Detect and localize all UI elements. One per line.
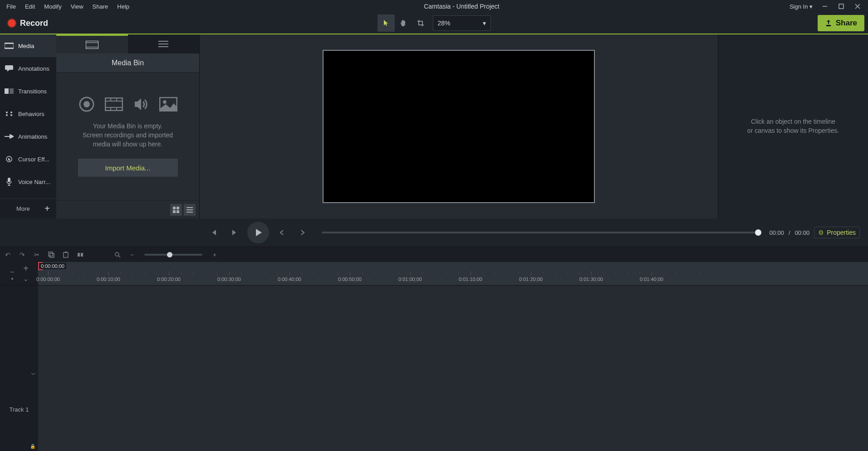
minimize-icon[interactable] — [821, 2, 829, 10]
timeline-zoom-slider[interactable] — [144, 254, 202, 256]
zoom-out-button[interactable]: − — [127, 250, 137, 260]
menu-modify[interactable]: Modify — [39, 1, 66, 12]
svg-rect-1 — [839, 4, 843, 9]
redo-button[interactable]: ↷ — [17, 250, 27, 260]
svg-point-46 — [115, 252, 119, 256]
list-view-button[interactable] — [184, 204, 196, 216]
record-type-icon — [78, 96, 95, 112]
hand-tool-button[interactable] — [395, 15, 412, 32]
ruler-tick: 0:01:40;00 — [640, 276, 663, 282]
svg-point-12 — [6, 114, 8, 116]
crop-tool-button[interactable] — [412, 15, 429, 32]
next-marker-button[interactable] — [294, 224, 311, 241]
menu-view[interactable]: View — [66, 1, 88, 12]
ruler-tick: 0:00:10;00 — [97, 276, 120, 282]
record-icon — [7, 19, 16, 28]
collapse-track-button[interactable]: ⌄ — [21, 274, 31, 284]
zoom-in-button[interactable]: + — [210, 250, 220, 260]
maximize-icon[interactable] — [837, 2, 845, 10]
menu-share[interactable]: Share — [88, 1, 113, 12]
tab-animations[interactable]: Animations — [0, 125, 56, 148]
properties-toggle-button[interactable]: ⚙ Properties — [814, 227, 860, 238]
svg-rect-34 — [177, 207, 179, 209]
image-type-icon — [159, 97, 177, 112]
svg-rect-41 — [50, 253, 54, 257]
media-bin-panel: Media Bin Your Media Bin is empty. Scree… — [56, 34, 200, 218]
paste-button[interactable] — [61, 250, 71, 260]
record-button[interactable]: Record — [4, 17, 52, 30]
grid-icon — [173, 207, 179, 213]
chevron-down-icon: ▾ — [483, 19, 486, 27]
time-current: 00:00 — [769, 229, 784, 236]
close-icon[interactable] — [853, 2, 862, 10]
time-total: 00:00 — [795, 229, 810, 236]
behavior-icon — [5, 110, 14, 118]
timeline-ruler[interactable]: 0:00:00;00 0:00:00;000:00:10;000:00:20;0… — [38, 262, 868, 286]
tab-behaviors[interactable]: Behaviors — [0, 102, 56, 125]
tab-transitions[interactable]: Transitions — [0, 80, 56, 102]
svg-point-32 — [163, 100, 167, 104]
window-title: Camtasia - Untitled Project — [134, 3, 790, 10]
ruler-tick: 0:00:20;00 — [157, 276, 181, 282]
media-bin-empty-message: Your Media Bin is empty. Screen recordin… — [83, 121, 173, 149]
more-tools-button[interactable]: More + — [0, 199, 56, 218]
add-track-button[interactable]: + — [21, 264, 31, 274]
svg-point-23 — [83, 101, 90, 107]
bin-tab-media[interactable] — [56, 34, 128, 53]
upload-icon — [825, 19, 832, 27]
preview-canvas[interactable] — [323, 50, 595, 203]
timeline-toolbar: ↶ ↷ ✂ − + — [0, 247, 868, 262]
track-lock-icon[interactable]: 🔒 — [30, 444, 35, 449]
tab-cursor-effects[interactable]: Cursor Eff... — [0, 148, 56, 170]
filmstrip-icon — [86, 41, 98, 49]
list-view-icon — [186, 207, 193, 213]
playback-scrubber[interactable] — [322, 232, 758, 233]
tab-media[interactable]: Media — [0, 34, 56, 57]
timeline-body[interactable]: 0:00:00;00 0:00:00;000:00:10;000:00:20;0… — [38, 262, 868, 451]
undo-button[interactable]: ↶ — [3, 250, 13, 260]
menu-file[interactable]: File — [2, 1, 20, 12]
svg-rect-16 — [86, 41, 98, 49]
markers-toggle[interactable]: ⎯ — [7, 264, 17, 274]
sign-in-button[interactable]: Sign In ▾ — [790, 3, 813, 10]
track-1-header[interactable]: Track 1 ◡ 🔒 — [0, 368, 38, 451]
next-frame-button[interactable] — [226, 224, 243, 241]
zoom-value: 28% — [438, 19, 451, 27]
svg-rect-15 — [8, 178, 10, 182]
ruler-tick: 0:00:50;00 — [338, 276, 362, 282]
svg-line-47 — [118, 256, 120, 257]
prev-frame-button[interactable] — [206, 224, 222, 241]
audio-type-icon — [133, 96, 149, 112]
quiz-toggle[interactable]: • — [7, 274, 17, 284]
grid-view-button[interactable] — [170, 204, 182, 216]
split-button[interactable] — [75, 250, 85, 260]
tab-voice-narration[interactable]: Voice Narr... — [0, 170, 56, 193]
menu-edit[interactable]: Edit — [20, 1, 39, 12]
share-button[interactable]: Share — [818, 15, 864, 31]
share-label: Share — [836, 19, 857, 28]
tracks-area[interactable] — [38, 286, 868, 451]
pointer-tool-button[interactable] — [378, 15, 395, 32]
prev-marker-button[interactable] — [274, 224, 290, 241]
ruler-tick: 0:00:40;00 — [278, 276, 301, 282]
svg-rect-6 — [5, 48, 14, 49]
ruler-tick: 0:01:30;00 — [579, 276, 603, 282]
track-visible-icon[interactable]: ◡ — [31, 370, 35, 375]
bin-tab-library[interactable] — [128, 34, 200, 53]
play-button[interactable] — [247, 222, 269, 243]
ruler-tick: 0:01:10;00 — [459, 276, 482, 282]
menu-help[interactable]: Help — [113, 1, 134, 12]
import-media-button[interactable]: Import Media... — [78, 159, 178, 177]
svg-rect-9 — [10, 88, 14, 94]
canvas-zoom-select[interactable]: 28% ▾ — [433, 15, 491, 31]
zoom-slider-thumb[interactable] — [167, 252, 172, 257]
copy-button[interactable] — [46, 250, 56, 260]
cut-button[interactable]: ✂ — [32, 250, 42, 260]
timeline-search-button[interactable] — [113, 250, 123, 260]
plus-icon: + — [42, 204, 53, 214]
svg-rect-45 — [81, 253, 83, 257]
tab-annotations[interactable]: Annotations — [0, 57, 56, 80]
timeline-track-headers: ⎯ + • ⌄ Track 1 ◡ 🔒 — [0, 262, 38, 451]
svg-rect-42 — [64, 252, 68, 257]
scrubber-thumb[interactable] — [755, 229, 761, 236]
